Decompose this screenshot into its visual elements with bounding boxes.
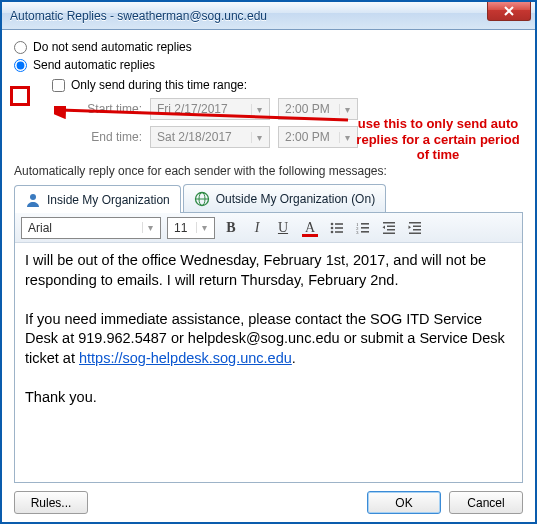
svg-point-4 — [331, 222, 334, 225]
editor-toolbar: Arial ▾ 11 ▾ B I U A — [15, 213, 522, 243]
svg-rect-19 — [383, 232, 395, 234]
rules-button[interactable]: Rules... — [14, 491, 88, 514]
indent-icon — [407, 220, 423, 236]
numbered-list-button[interactable]: 1 2 3 — [353, 218, 373, 238]
editor-frame: Arial ▾ 11 ▾ B I U A — [14, 212, 523, 483]
bold-button[interactable]: B — [221, 218, 241, 238]
message-text: . — [292, 350, 296, 366]
font-color-button[interactable]: A — [299, 218, 321, 238]
font-size-value: 11 — [174, 221, 187, 235]
tab-inside-org[interactable]: Inside My Organization — [14, 185, 181, 213]
message-paragraph: I will be out of the office Wednesday, F… — [25, 251, 512, 290]
chevron-down-icon: ▾ — [251, 104, 267, 115]
tab-outside-org[interactable]: Outside My Organization (On) — [183, 184, 386, 212]
cancel-button[interactable]: Cancel — [449, 491, 523, 514]
message-editor[interactable]: I will be out of the office Wednesday, F… — [15, 243, 522, 482]
font-size-dropdown[interactable]: 11 ▾ — [167, 217, 215, 239]
svg-rect-18 — [387, 229, 395, 231]
svg-text:3: 3 — [356, 230, 359, 235]
radio-do-not-send-label: Do not send automatic replies — [33, 40, 192, 54]
chevron-down-icon: ▾ — [142, 222, 158, 233]
tabs: Inside My Organization Outside My Organi… — [14, 184, 523, 212]
end-time-label: End time: — [72, 130, 142, 144]
start-time-dropdown[interactable]: 2:00 PM ▾ — [278, 98, 358, 120]
underline-button[interactable]: U — [273, 218, 293, 238]
svg-point-0 — [30, 194, 36, 200]
numbered-list-icon: 1 2 3 — [355, 220, 371, 236]
bullet-list-button[interactable] — [327, 218, 347, 238]
radio-send[interactable]: Send automatic replies — [14, 58, 523, 72]
checkbox-only-send-label: Only send during this time range: — [71, 78, 247, 92]
end-time-dropdown[interactable]: 2:00 PM ▾ — [278, 126, 358, 148]
dialog-content: Do not send automatic replies Send autom… — [2, 30, 535, 522]
window-title: Automatic Replies - sweatherman@sog.unc.… — [10, 9, 267, 23]
svg-point-8 — [331, 230, 334, 233]
svg-rect-17 — [387, 225, 395, 227]
end-date-value: Sat 2/18/2017 — [157, 130, 232, 144]
radio-do-not-send-input[interactable] — [14, 41, 27, 54]
end-date-dropdown[interactable]: Sat 2/18/2017 ▾ — [150, 126, 270, 148]
message-paragraph: Thank you. — [25, 388, 512, 408]
chevron-down-icon: ▾ — [196, 222, 212, 233]
outdent-icon — [381, 220, 397, 236]
svg-rect-20 — [409, 222, 421, 224]
radio-send-input[interactable] — [14, 59, 27, 72]
radio-send-label: Send automatic replies — [33, 58, 155, 72]
svg-rect-23 — [409, 232, 421, 234]
bullet-list-icon — [329, 220, 345, 236]
chevron-down-icon: ▾ — [251, 132, 267, 143]
section-label: Automatically reply once for each sender… — [14, 164, 523, 178]
person-icon — [25, 192, 41, 208]
indent-button[interactable] — [405, 218, 425, 238]
svg-rect-9 — [335, 231, 343, 233]
radio-do-not-send[interactable]: Do not send automatic replies — [14, 40, 523, 54]
checkbox-only-send-input[interactable] — [52, 79, 65, 92]
start-time-value: 2:00 PM — [285, 102, 330, 116]
helpdesk-link[interactable]: https://sog-helpdesk.sog.unc.edu — [79, 350, 292, 366]
start-time-label: Start time: — [72, 102, 142, 116]
start-date-value: Fri 2/17/2017 — [157, 102, 228, 116]
svg-rect-16 — [383, 222, 395, 224]
outdent-button[interactable] — [379, 218, 399, 238]
ok-button[interactable]: OK — [367, 491, 441, 514]
checkbox-only-send[interactable]: Only send during this time range: — [52, 78, 523, 92]
svg-rect-15 — [361, 231, 369, 233]
start-date-dropdown[interactable]: Fri 2/17/2017 ▾ — [150, 98, 270, 120]
svg-rect-21 — [413, 225, 421, 227]
svg-rect-11 — [361, 223, 369, 225]
title-bar: Automatic Replies - sweatherman@sog.unc.… — [2, 2, 535, 30]
font-family-dropdown[interactable]: Arial ▾ — [21, 217, 161, 239]
tab-outside-label: Outside My Organization (On) — [216, 192, 375, 206]
svg-point-6 — [331, 226, 334, 229]
svg-rect-22 — [413, 229, 421, 231]
close-button[interactable] — [487, 1, 531, 21]
font-color-strip — [302, 234, 318, 237]
globe-icon — [194, 191, 210, 207]
chevron-down-icon: ▾ — [339, 104, 355, 115]
annotation-text: use this to only send auto replies for a… — [353, 116, 523, 163]
close-icon — [504, 6, 514, 16]
svg-rect-7 — [335, 227, 343, 229]
font-family-value: Arial — [28, 221, 52, 235]
italic-button[interactable]: I — [247, 218, 267, 238]
message-paragraph: If you need immediate assistance, please… — [25, 310, 512, 369]
annotation-highlight-box — [10, 86, 30, 106]
bottom-button-bar: Rules... OK Cancel — [14, 483, 523, 514]
svg-rect-5 — [335, 223, 343, 225]
svg-rect-13 — [361, 227, 369, 229]
tab-inside-label: Inside My Organization — [47, 193, 170, 207]
end-time-value: 2:00 PM — [285, 130, 330, 144]
